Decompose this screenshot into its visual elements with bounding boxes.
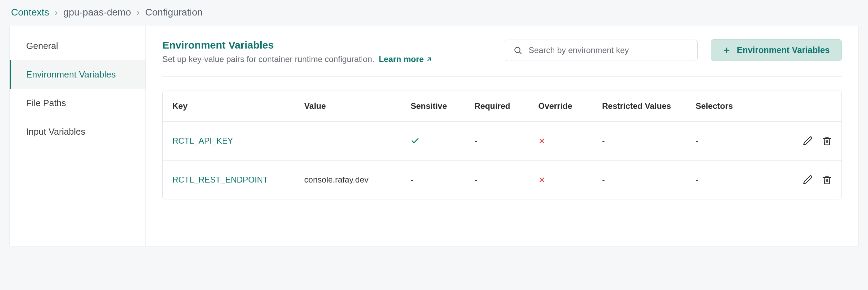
add-env-var-button[interactable]: Environment Variables — [711, 39, 842, 61]
check-icon — [411, 136, 474, 145]
edit-button[interactable] — [803, 175, 813, 185]
svg-point-1 — [515, 47, 520, 52]
dash-text: - — [602, 175, 605, 184]
dash-text: - — [602, 136, 605, 145]
section-header: Environment Variables Set up key-value p… — [162, 39, 842, 64]
config-panel: General Environment Variables File Paths… — [10, 25, 858, 246]
add-button-label: Environment Variables — [737, 45, 830, 55]
sidebar-item-file-paths[interactable]: File Paths — [10, 89, 145, 117]
header-actions: Environment Variables — [505, 39, 842, 61]
cell-key[interactable]: RCTL_REST_ENDPOINT — [172, 175, 304, 185]
cell-selectors: - — [696, 136, 777, 146]
dash-text: - — [696, 136, 698, 145]
cell-override — [538, 137, 602, 145]
sidebar: General Environment Variables File Paths… — [10, 25, 146, 246]
cell-required: - — [474, 136, 538, 146]
cell-restricted: - — [602, 175, 696, 185]
subtitle-text: Set up key-value pairs for container run… — [162, 54, 374, 64]
col-required: Required — [474, 101, 538, 111]
cell-sensitive — [411, 136, 474, 145]
row-actions — [777, 175, 832, 185]
sidebar-item-env-vars[interactable]: Environment Variables — [10, 60, 145, 89]
breadcrumb: Contexts › gpu-paas-demo › Configuration — [10, 7, 858, 18]
cell-required: - — [474, 175, 538, 185]
section-subtitle: Set up key-value pairs for container run… — [162, 54, 433, 64]
dash-text: - — [474, 136, 477, 145]
section-header-text: Environment Variables Set up key-value p… — [162, 39, 433, 64]
env-var-table: Key Value Sensitive Required Override Re… — [162, 91, 842, 199]
cell-sensitive: - — [411, 175, 474, 185]
row-actions — [777, 136, 832, 146]
cell-key[interactable]: RCTL_API_KEY — [172, 136, 304, 146]
x-icon — [538, 176, 602, 184]
divider — [162, 76, 842, 77]
external-link-icon — [426, 56, 433, 63]
search-input[interactable] — [528, 45, 689, 55]
table-row: RCTL_REST_ENDPOINTconsole.rafay.dev---- — [163, 160, 841, 199]
cell-selectors: - — [696, 175, 777, 185]
breadcrumb-page: Configuration — [145, 7, 203, 18]
x-icon — [538, 137, 602, 145]
search-icon — [513, 46, 522, 55]
search-wrap[interactable] — [505, 40, 698, 61]
dash-text: - — [411, 175, 413, 184]
table-row: RCTL_API_KEY--- — [163, 121, 841, 160]
cell-value: console.rafay.dev — [304, 175, 411, 185]
learn-more-link[interactable]: Learn more — [379, 54, 433, 64]
delete-button[interactable] — [822, 175, 832, 185]
learn-more-label: Learn more — [379, 54, 424, 64]
table-body: RCTL_API_KEY---RCTL_REST_ENDPOINTconsole… — [163, 121, 841, 199]
cell-restricted: - — [602, 136, 696, 146]
svg-line-0 — [428, 58, 431, 61]
col-override: Override — [538, 101, 602, 111]
breadcrumb-contexts[interactable]: Contexts — [11, 7, 49, 18]
section-title: Environment Variables — [162, 39, 433, 51]
edit-button[interactable] — [803, 136, 813, 146]
plus-icon — [723, 46, 730, 54]
main-content: Environment Variables Set up key-value p… — [146, 25, 858, 246]
col-selectors: Selectors — [696, 101, 777, 111]
breadcrumb-separator: › — [137, 7, 140, 18]
sidebar-item-input-vars[interactable]: Input Variables — [10, 117, 145, 146]
col-key: Key — [172, 101, 304, 111]
sidebar-item-general[interactable]: General — [10, 32, 145, 60]
breadcrumb-separator: › — [55, 7, 58, 18]
dash-text: - — [696, 175, 698, 184]
breadcrumb-context-name: gpu-paas-demo — [63, 7, 131, 18]
dash-text: - — [474, 175, 477, 184]
col-sensitive: Sensitive — [411, 101, 474, 111]
delete-button[interactable] — [822, 136, 832, 146]
svg-line-2 — [519, 52, 521, 54]
cell-override — [538, 176, 602, 184]
col-restricted: Restricted Values — [602, 101, 696, 111]
col-value: Value — [304, 101, 411, 111]
table-header: Key Value Sensitive Required Override Re… — [163, 91, 841, 121]
